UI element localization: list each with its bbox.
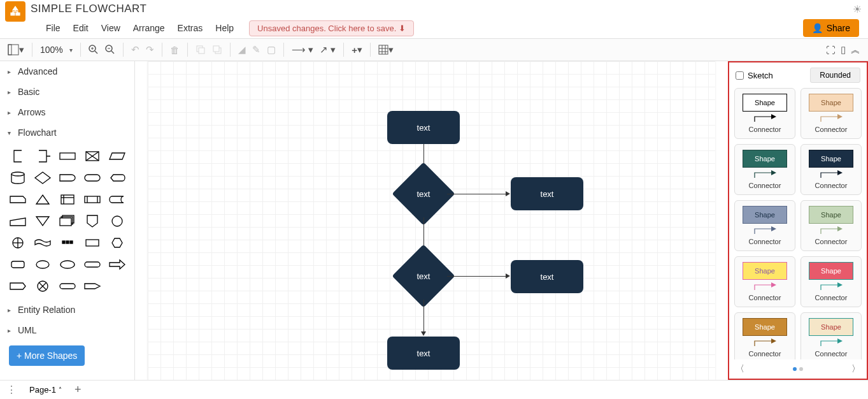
shape-pill3[interactable] [56, 277, 78, 296]
style-preset[interactable]: ShapeConnector [800, 200, 862, 251]
sketch-checkbox[interactable]: Sketch [736, 71, 773, 80]
style-preset[interactable]: ShapeConnector [734, 144, 795, 195]
flow-node[interactable]: text [387, 337, 460, 370]
flow-node[interactable]: text [511, 260, 583, 293]
to-back-button[interactable] [212, 45, 222, 55]
fullscreen-button[interactable]: ⛶ [826, 45, 836, 55]
waypoint-button[interactable]: ↗ ▾ [320, 44, 336, 55]
shape-hexagon[interactable] [106, 233, 128, 252]
menu-view[interactable]: View [96, 20, 125, 36]
shape-triangle-down[interactable] [31, 212, 53, 231]
shape-rounded-rect[interactable] [6, 255, 29, 274]
redo-button[interactable]: ↷ [146, 44, 154, 55]
sidebar-section-basic[interactable]: ▸Basic [0, 82, 134, 102]
sidebar-section-uml[interactable]: ▸UML [0, 320, 134, 340]
format-panel-button[interactable]: ▯ [841, 44, 846, 55]
to-front-button[interactable] [196, 45, 206, 55]
shape-offpage[interactable] [81, 212, 103, 231]
menu-edit[interactable]: Edit [68, 20, 94, 36]
zoom-in-button[interactable] [89, 45, 99, 55]
shape-ellipse2[interactable] [31, 255, 53, 274]
view-mode-button[interactable]: ▾ [8, 44, 24, 55]
svg-point-22 [11, 172, 24, 176]
shape-parallelogram[interactable] [106, 147, 128, 166]
shape-arrow-right[interactable] [106, 255, 128, 274]
shape-display[interactable] [106, 168, 128, 187]
zoom-level[interactable]: 100% [40, 45, 63, 55]
add-page-button[interactable]: + [75, 383, 82, 396]
style-connector-preview [752, 226, 778, 234]
fill-color-button[interactable]: ◢ [238, 44, 246, 55]
shape-bracket-left[interactable] [6, 147, 29, 166]
style-preset[interactable]: ShapeConnector [800, 256, 862, 307]
toolbar: ▾ 100%▾ ↶ ↷ 🗑 ◢ ✎ ▢ ⟶ ▾ ↗ ▾ + ▾ ▾ ⛶ ▯ [0, 38, 868, 61]
shape-diamond[interactable] [31, 168, 53, 187]
insert-button[interactable]: + ▾ [352, 44, 362, 55]
shape-collate[interactable] [56, 233, 78, 252]
style-preset[interactable]: ShapeConnector [800, 312, 862, 359]
style-preset[interactable]: ShapeConnector [734, 256, 795, 307]
shape-multidoc[interactable] [56, 212, 78, 231]
style-preset[interactable]: ShapeConnector [734, 200, 795, 251]
shape-internal-storage[interactable] [56, 190, 78, 209]
connection-button[interactable]: ⟶ ▾ [292, 44, 313, 55]
style-prev-button[interactable]: 〈 [736, 363, 744, 375]
menu-help[interactable]: Help [210, 20, 239, 36]
style-preset[interactable]: ShapeConnector [734, 312, 795, 359]
sidebar-section-arrows[interactable]: ▸Arrows [0, 102, 134, 122]
shape-predefined[interactable] [81, 190, 103, 209]
style-preset[interactable]: ShapeConnector [800, 144, 862, 195]
style-preset[interactable]: ShapeConnector [800, 88, 862, 139]
shape-arrow-block[interactable] [81, 277, 103, 296]
shape-card[interactable] [6, 190, 29, 209]
flow-node[interactable]: text [387, 111, 460, 144]
more-shapes-button[interactable]: + More Shapes [9, 345, 85, 366]
shape-terminator[interactable] [81, 168, 103, 187]
shape-delay[interactable] [56, 168, 78, 187]
style-preset[interactable]: ShapeConnector [734, 88, 795, 139]
shape-stored-data[interactable] [106, 190, 128, 209]
svg-rect-40 [86, 240, 99, 246]
shape-crossbox[interactable] [81, 147, 103, 166]
table-button[interactable]: ▾ [378, 44, 394, 55]
shape-manual-input[interactable] [6, 212, 29, 231]
shape-pill2[interactable] [81, 255, 103, 274]
sidebar-section-entity-relation[interactable]: ▸Entity Relation [0, 300, 134, 320]
person-icon: 👤 [812, 23, 823, 33]
shape-triangle-up[interactable] [31, 190, 53, 209]
shape-tape[interactable] [31, 233, 53, 252]
shape-bracket-right[interactable] [31, 147, 53, 166]
theme-icon[interactable]: ☀ [853, 3, 862, 15]
flow-node[interactable]: text [511, 177, 583, 210]
shape-process[interactable] [56, 147, 78, 166]
line-color-button[interactable]: ✎ [252, 44, 260, 55]
pages-menu-button[interactable]: ⋮ [6, 384, 17, 396]
menu-extras[interactable]: Extras [173, 20, 208, 36]
delete-button[interactable]: 🗑 [170, 45, 180, 55]
style-next-button[interactable]: 〉 [851, 363, 860, 375]
sidebar-section-flowchart[interactable]: ▾Flowchart [0, 122, 134, 143]
style-shape-preview: Shape [743, 262, 787, 280]
shape-loop[interactable] [6, 277, 29, 296]
zoom-out-button[interactable] [105, 45, 115, 55]
shape-cylinder[interactable] [6, 168, 29, 187]
sketch-checkbox-input[interactable] [736, 71, 744, 80]
shape-summing[interactable] [6, 233, 29, 252]
shadow-button[interactable]: ▢ [267, 44, 276, 55]
share-button[interactable]: 👤 Share [803, 19, 859, 37]
undo-button[interactable]: ↶ [131, 44, 139, 55]
shape-rect[interactable] [81, 233, 103, 252]
unsaved-changes-button[interactable]: Unsaved changes. Click here to save. ⬇ [249, 20, 414, 36]
menu-file[interactable]: File [41, 20, 66, 36]
shape-ellipse3[interactable] [56, 255, 78, 274]
canvas[interactable]: text text text text text text [135, 61, 728, 380]
page-tab[interactable]: Page-1 ˄ [23, 382, 68, 397]
sidebar-section-advanced[interactable]: ▸Advanced [0, 61, 134, 82]
menu-arrange[interactable]: Arrange [128, 20, 170, 36]
shape-connector-circle[interactable] [106, 212, 128, 231]
collapse-button[interactable]: ︽ [851, 44, 860, 56]
svg-rect-24 [61, 195, 74, 204]
document-title[interactable]: SIMPLE FLOWCHART [31, 3, 146, 15]
shape-or[interactable] [31, 277, 53, 296]
rounded-button[interactable]: Rounded [810, 68, 860, 83]
